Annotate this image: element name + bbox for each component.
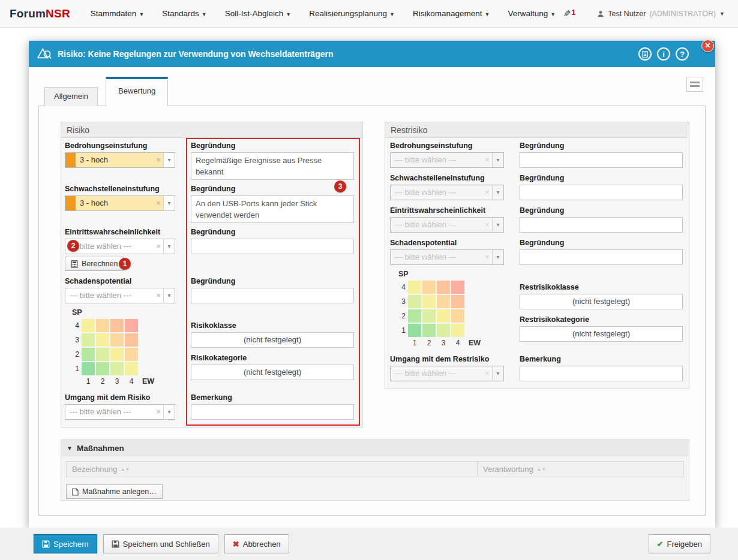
rest-bedrohungseinstufung-label: Bedrohungseinstufung: [390, 141, 504, 150]
matrix-y-axis-label: SP: [72, 308, 154, 317]
matrix-x-axis-label: EW: [469, 339, 481, 347]
new-document-icon: [72, 488, 79, 496]
rest-begruendung-eintritt-input[interactable]: [520, 217, 683, 233]
begruendung-eintritt-input[interactable]: [191, 239, 354, 254]
umgang-restrisiko-select[interactable]: --- bitte wählen --- × ▾: [390, 366, 504, 381]
chevron-down-icon[interactable]: ▾: [492, 153, 503, 167]
layout-toggle-icon[interactable]: [686, 77, 703, 92]
clear-icon[interactable]: ×: [482, 218, 492, 232]
menu-stammdaten[interactable]: Stammdaten▼: [91, 9, 144, 18]
tab-bewertung[interactable]: Bewertung: [106, 77, 168, 106]
clear-icon[interactable]: ×: [482, 250, 492, 264]
user-role: (ADMINISTRATOR): [649, 10, 716, 18]
clear-icon[interactable]: ×: [154, 196, 163, 210]
brand-part1: Forum: [10, 7, 46, 20]
chevron-down-icon[interactable]: ▾: [163, 239, 175, 254]
clear-icon[interactable]: ×: [154, 288, 163, 303]
rest-schadenspotential-select[interactable]: --- bitte wählen --- × ▾: [390, 249, 504, 265]
clear-icon[interactable]: ×: [154, 405, 163, 419]
chevron-down-icon[interactable]: ▾: [492, 250, 503, 264]
sort-icons[interactable]: ▲▼: [537, 467, 547, 471]
chevron-down-icon[interactable]: ▾: [163, 405, 175, 419]
menu-realisierungsplanung[interactable]: Realisierungsplanung▼: [309, 9, 395, 18]
user-menu[interactable]: Test Nutzer (ADMINISTRATOR) ▼: [597, 10, 725, 18]
massnahme-anlegen-button[interactable]: Maßnahme anlegen…: [66, 484, 163, 499]
schadenspotential-select[interactable]: --- bitte wählen --- × ▾: [65, 288, 175, 303]
app-logo[interactable]: ForumNSR: [10, 7, 70, 20]
rest-begruendung-schwachstelle-label: Begründung: [520, 174, 683, 182]
bemerkung-input[interactable]: [191, 404, 354, 420]
eintrittswahrscheinlichkeit-select[interactable]: --- bitte wählen --- × ▾: [65, 239, 175, 254]
speichern-und-schliessen-button[interactable]: Speichern und Schließen: [103, 534, 218, 553]
begruendung-bedrohung-input[interactable]: Regelmäßige Ereignisse aus Presse bekann…: [191, 152, 354, 180]
sort-icons[interactable]: ▲▼: [121, 467, 130, 471]
chevron-down-icon: ▼: [202, 11, 207, 17]
speichern-button[interactable]: Speichern: [34, 534, 97, 553]
info-icon[interactable]: i: [657, 47, 670, 61]
matrix-cell: [408, 324, 421, 337]
matrix-cell: [422, 324, 436, 337]
berechnen-button[interactable]: Berechnen: [65, 257, 124, 271]
chevron-down-icon[interactable]: ▾: [163, 153, 175, 167]
tab-allgemein[interactable]: Allgemein: [44, 87, 98, 106]
rest-schadenspotential-label: Schadenspotential: [390, 239, 504, 247]
restrisikokategorie-value: (nicht festgelegt): [520, 326, 683, 342]
matrix-col-labels: 1234 EW: [408, 339, 481, 347]
chevron-down-icon[interactable]: ▾: [492, 366, 503, 381]
menu-soll-ist-abgleich[interactable]: Soll-Ist-Abgleich▼: [225, 9, 291, 18]
risikokategorie-label: Risikokategorie: [191, 354, 354, 362]
rest-schwachstelleneinstufung-select[interactable]: --- bitte wählen --- × ▾: [390, 185, 504, 200]
clear-icon[interactable]: ×: [482, 185, 492, 200]
rest-begruendung-bedrohung-input[interactable]: [520, 152, 683, 168]
freigeben-button[interactable]: ✔ Freigeben: [649, 534, 710, 553]
tab-bar: Allgemein Bewertung: [44, 77, 168, 106]
matrix-cell: [110, 348, 124, 361]
clear-icon[interactable]: ×: [154, 239, 163, 254]
cancel-x-icon: ✖: [233, 540, 239, 549]
rest-begruendung-schaden-input[interactable]: [520, 249, 683, 265]
restrisikokategorie-label: Restrisikokategorie: [520, 315, 683, 324]
chevron-down-icon[interactable]: ▾: [163, 196, 175, 210]
rest-eintrittswahrscheinlichkeit-select[interactable]: --- bitte wählen --- × ▾: [390, 217, 504, 233]
matrix-cell: [451, 324, 464, 337]
brand-part2: NSR: [46, 7, 70, 20]
severity-color-swatch: [65, 153, 76, 167]
chevron-down-icon[interactable]: ▾: [163, 288, 175, 303]
rest-bemerkung-input[interactable]: [520, 366, 683, 381]
chevron-down-icon: ▼: [286, 11, 291, 17]
clear-icon[interactable]: ×: [482, 366, 492, 381]
schwachstelleneinstufung-select[interactable]: 3 - hoch × ▾: [65, 195, 175, 211]
chevron-down-icon: ▼: [389, 11, 395, 17]
dialog-title: Risiko: Keine Regelungen zur Verwendung …: [58, 49, 334, 59]
massnahmen-collapse-header[interactable]: ▼ Maßnahmen: [61, 440, 689, 456]
massnahmen-table-header: Bezeichnung ▲▼ Verantwortung ▲▼: [66, 461, 684, 477]
begruendung-schwachstelle-input[interactable]: An den USB-Ports kann jeder Stick verwen…: [191, 195, 354, 223]
matrix-cell: [437, 281, 450, 294]
matrix-cell: [408, 281, 421, 294]
column-header-bezeichnung[interactable]: Bezeichnung ▲▼: [67, 462, 478, 477]
risikokategorie-value: (nicht festgelegt): [191, 365, 354, 380]
report-icon[interactable]: [638, 47, 652, 61]
chevron-down-icon[interactable]: ▾: [492, 218, 503, 232]
clear-icon[interactable]: ×: [482, 153, 492, 167]
rest-begruendung-schwachstelle-input[interactable]: [520, 185, 683, 200]
matrix-cell: [451, 281, 464, 294]
column-header-verantwortung[interactable]: Verantwortung ▲▼: [478, 462, 683, 477]
menu-standards[interactable]: Standards▼: [162, 9, 206, 18]
menu-risikomanagement[interactable]: Risikomanagement▼: [413, 9, 490, 18]
matrix-cell: [422, 309, 436, 323]
begruendung-schaden-input[interactable]: [191, 288, 354, 303]
clear-icon[interactable]: ×: [154, 153, 163, 167]
bedrohungseinstufung-select[interactable]: 3 - hoch × ▾: [65, 152, 175, 168]
help-icon[interactable]: ?: [676, 47, 689, 61]
menu-verwaltung[interactable]: Verwaltung▼: [508, 9, 556, 18]
rest-bedrohungseinstufung-select[interactable]: --- bitte wählen --- × ▾: [390, 152, 504, 168]
close-icon[interactable]: ✕: [701, 40, 714, 52]
umgang-risiko-select[interactable]: --- bitte wählen --- × ▾: [65, 404, 175, 420]
main-menu: Stammdaten▼ Standards▼ Soll-Ist-Abgleich…: [91, 9, 556, 18]
chevron-down-icon[interactable]: ▾: [492, 185, 503, 200]
abbrechen-button[interactable]: ✖ Abbrechen: [224, 534, 289, 553]
edit-count-badge: 1: [572, 8, 576, 17]
pending-edits-indicator[interactable]: ✎ 1: [563, 8, 575, 19]
chevron-down-icon: ▼: [67, 445, 73, 451]
